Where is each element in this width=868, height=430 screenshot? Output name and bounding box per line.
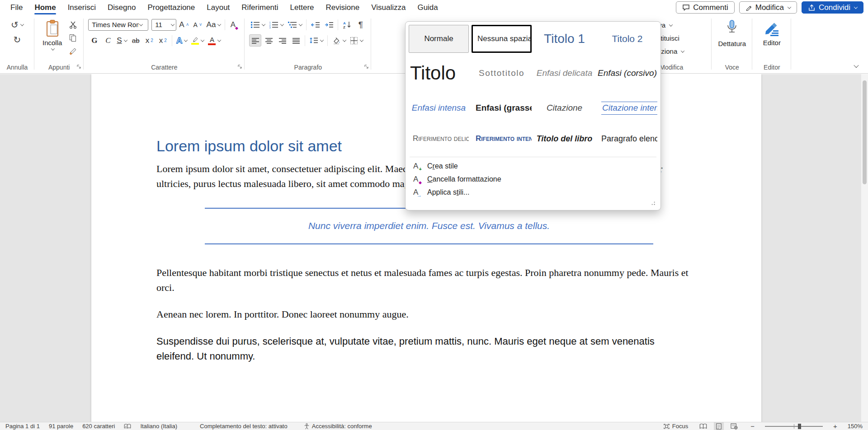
style-enfasi-delicata[interactable]: Enfasi delicata <box>534 55 594 91</box>
style-titolo[interactable]: Titolo <box>409 55 469 91</box>
style-sottotitolo[interactable]: Sottotitolo <box>472 55 532 91</box>
line-spacing-button[interactable] <box>308 34 325 47</box>
tab-revisione[interactable]: Revisione <box>320 0 366 15</box>
style-citazione[interactable]: Citazione <box>534 93 594 122</box>
multilevel-list-button[interactable] <box>286 19 303 31</box>
superscript-button[interactable]: x2 <box>157 34 169 47</box>
shrink-font-button[interactable]: A˅ <box>192 19 204 31</box>
scrollbar-thumb[interactable] <box>863 80 867 184</box>
style-normale[interactable]: Normale <box>409 25 469 53</box>
cut-button[interactable] <box>67 19 79 31</box>
vertical-scrollbar[interactable] <box>861 74 868 422</box>
dictate-label: Dettatura <box>718 40 746 47</box>
style-titolo-1[interactable]: Titolo 1 <box>534 25 594 53</box>
numbered-list-button[interactable]: 123 <box>268 19 285 31</box>
paragrafo-dialog-launcher[interactable] <box>364 63 369 71</box>
carattere-dialog-launcher[interactable] <box>237 63 242 71</box>
subscript-button[interactable]: x2 <box>143 34 156 47</box>
zoom-percentage[interactable]: 150% <box>848 423 863 430</box>
style-titolo-2[interactable]: Titolo 2 <box>597 25 657 53</box>
align-center-button[interactable] <box>263 34 275 47</box>
character-count[interactable]: 620 caratteri <box>82 423 115 430</box>
borders-button[interactable] <box>349 34 364 47</box>
style-riferimento-delicato[interactable]: Riferimento delicato <box>409 125 469 153</box>
panel-resize-grip[interactable] <box>651 201 656 206</box>
tab-riferimenti[interactable]: Riferimenti <box>236 0 284 15</box>
accessibility-status[interactable]: Accessibilità: conforme <box>304 423 372 430</box>
web-layout-button[interactable] <box>728 422 740 430</box>
editor-button[interactable]: Editor <box>760 19 784 47</box>
read-mode-button[interactable] <box>697 422 709 430</box>
style-paragrafo-elenco[interactable]: Paragrafo elenco <box>597 125 657 153</box>
align-right-button[interactable] <box>276 34 288 47</box>
decrease-indent-button[interactable] <box>309 19 321 31</box>
tab-guida[interactable]: Guida <box>411 0 443 15</box>
font-size-combobox[interactable]: 11 <box>151 19 176 31</box>
language-indicator[interactable]: Italiano (Italia) <box>140 423 177 430</box>
editing-mode-button[interactable]: Modifica <box>739 1 797 14</box>
chevron-down-icon <box>184 38 188 42</box>
focus-mode-button[interactable]: Focus <box>663 423 688 430</box>
word-count[interactable]: 91 parole <box>49 423 73 430</box>
intense-quote-block[interactable]: Nunc viverra imperdiet enim. Fusce est. … <box>205 208 653 244</box>
italic-button[interactable]: C <box>102 34 114 47</box>
document-paragraph-4[interactable]: Suspendisse dui purus, scelerisque at, v… <box>156 334 689 364</box>
document-paragraph-3[interactable]: Aenean nec lorem. In porttitor. Donec la… <box>156 307 689 322</box>
style-titolo-del-libro[interactable]: Titolo del libro <box>534 125 594 153</box>
style-riferimento-intenso[interactable]: Riferimento intenso <box>472 125 532 153</box>
share-button[interactable]: Condividi <box>802 1 863 14</box>
show-formatting-button[interactable]: ¶ <box>354 19 367 31</box>
paste-button[interactable]: Incolla <box>39 19 66 51</box>
appunti-dialog-launcher[interactable] <box>76 63 81 71</box>
print-layout-button[interactable] <box>714 422 724 430</box>
tab-disegno[interactable]: Disegno <box>102 0 142 15</box>
font-color-button[interactable]: A <box>207 34 222 47</box>
tab-home[interactable]: Home <box>28 0 61 15</box>
sort-button[interactable]: AZ <box>341 19 353 31</box>
style-citazione-intensa[interactable]: Citazione intensa <box>597 93 657 122</box>
tab-visualizza[interactable]: Visualizza <box>365 0 411 15</box>
tab-file[interactable]: File <box>5 0 28 15</box>
redo-button[interactable]: ↻ <box>5 33 30 46</box>
text-completion-status[interactable]: Completamento del testo: attivato <box>200 423 288 430</box>
align-left-button[interactable] <box>249 34 261 47</box>
text-effects-button[interactable]: A <box>175 34 189 47</box>
bullet-list-button[interactable] <box>249 19 266 31</box>
highlight-color-button[interactable] <box>190 34 205 47</box>
apply-styles-menu-item[interactable]: A→ Applica stili... <box>409 186 657 199</box>
proofing-status[interactable] <box>124 423 131 430</box>
tab-progettazione[interactable]: Progettazione <box>142 0 201 15</box>
format-painter-button[interactable] <box>67 45 79 57</box>
clear-formatting-menu-item[interactable]: A◆ Cancella formattazione <box>409 173 657 186</box>
style-enfasi-corsivo[interactable]: Enfasi (corsivo) <box>597 55 657 91</box>
comments-button[interactable]: Commenti <box>676 1 734 14</box>
bold-button[interactable]: G <box>88 34 100 47</box>
style-nessuna-spaziatura[interactable]: Nessuna spaziatura <box>472 25 532 53</box>
comment-icon <box>682 4 690 11</box>
font-name-combobox[interactable]: Times New Roman <box>88 19 148 31</box>
strikethrough-button[interactable]: ab <box>130 34 142 47</box>
shading-button[interactable] <box>330 34 347 47</box>
increase-indent-button[interactable] <box>323 19 335 31</box>
style-enfasi-grassetto[interactable]: Enfasi (grassetto) <box>472 93 532 122</box>
document-paragraph-2[interactable]: Pellentesque habitant morbi tristique se… <box>156 265 689 295</box>
underline-button[interactable]: S <box>115 34 128 47</box>
zoom-slider-thumb[interactable] <box>798 424 801 429</box>
tab-inserisci[interactable]: Inserisci <box>62 0 102 15</box>
grow-font-button[interactable]: A˄ <box>178 19 190 31</box>
collapse-ribbon-button[interactable] <box>854 61 858 70</box>
tab-lettere[interactable]: Lettere <box>284 0 320 15</box>
tab-layout[interactable]: Layout <box>201 0 236 15</box>
create-style-menu-item[interactable]: A+ Crea stile <box>409 159 657 173</box>
zoom-slider[interactable] <box>765 426 823 427</box>
zoom-in-button[interactable]: + <box>832 422 839 430</box>
page-indicator[interactable]: Pagina 1 di 1 <box>5 423 40 430</box>
style-enfasi-intensa[interactable]: Enfasi intensa <box>409 93 469 122</box>
change-case-button[interactable]: Aa <box>205 19 222 31</box>
zoom-out-button[interactable]: − <box>749 422 756 430</box>
undo-button[interactable]: ↺ <box>5 19 30 31</box>
copy-button[interactable] <box>67 32 79 44</box>
dictate-button[interactable]: Dettatura <box>715 19 750 48</box>
justify-button[interactable] <box>290 34 302 47</box>
clear-formatting-button[interactable]: A ◆ <box>228 19 240 31</box>
